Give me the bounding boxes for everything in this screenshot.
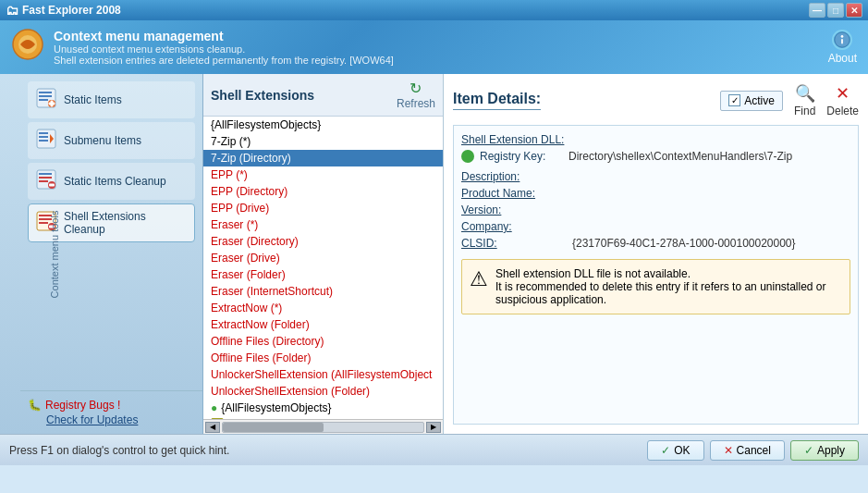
warning-text-line2: It is recommended to delete this entry i… [495,280,826,293]
header-text: Context menu management Unused context m… [54,29,394,66]
company-row: Company: [461,220,850,233]
shell-extensions-cleanup-icon [36,211,56,235]
list-item[interactable]: Eraser (Folder) [203,266,443,283]
registry-key-row: Registry Key: Directory\shellex\ContextM… [461,150,850,163]
scroll-right-button[interactable]: ▶ [426,422,441,433]
list-item[interactable]: UnlockerShellExtension (AllFilesystemObj… [203,366,443,383]
list-item[interactable]: Eraser (*) [203,216,443,233]
svg-rect-4 [841,39,843,43]
list-item[interactable]: Eraser (Drive) [203,250,443,266]
action-buttons: ✓ OK ✕ Cancel ✓ Apply [647,440,859,461]
app-header: Context menu management Unused context m… [0,20,868,74]
cancel-label: Cancel [737,444,771,457]
close-button[interactable]: ✕ [846,3,862,18]
bottom-toolbar: Press F1 on dialog's control to get quic… [0,434,868,465]
list-item[interactable]: EPP (*) [203,166,443,183]
delete-icon: ✕ [836,83,850,104]
window-controls: — □ ✕ [809,3,862,18]
list-item[interactable]: EPP (Drive) [203,200,443,216]
product-name-label: Product Name: [461,187,572,200]
find-label: Find [794,105,815,117]
header-icon [11,28,44,68]
delete-button[interactable]: ✕ Delete [826,83,859,117]
list-item[interactable]: {AllFilesystemObjects} [203,117,443,133]
active-checkbox[interactable]: ✓ Active [720,91,783,111]
sidebar-item-static-items[interactable]: Static Items [28,81,195,118]
svg-rect-25 [39,222,48,224]
app-title: Fast Explorer 2008 [22,4,121,17]
description-row: Description: [461,170,850,183]
warning-text-line3: suspicious application. [495,293,826,306]
svg-rect-21 [49,184,55,187]
company-label: Company: [461,220,572,233]
refresh-label: Refresh [397,97,435,110]
list-item[interactable]: ●{AllFilesystemObjects} [203,400,443,416]
details-section: Shell Extension DLL: Registry Key: Direc… [453,125,859,425]
description-label: Description: [461,170,572,183]
registry-bugs-button[interactable]: 🐛 Registry Bugs ! [28,399,195,412]
list-item[interactable]: Offline Files (Folder) [203,350,443,366]
apply-icon: ✓ [804,444,813,457]
sidebar-item-shell-extensions-cleanup[interactable]: Shell Extensions Cleanup [28,203,195,242]
svg-point-3 [841,35,844,38]
list-item[interactable]: ExtractNow (Folder) [203,316,443,333]
center-panel-header: Shell Extensions ↻ Refresh [203,74,443,117]
right-panel: Item Details: ✓ Active 🔍 Find ✕ Delete S… [444,74,868,434]
header-title: Context menu management [54,29,394,43]
list-item[interactable]: UnlockerShellExtension (Folder) [203,383,443,400]
main-layout: Context menu tools Static Items [0,74,868,434]
list-item[interactable]: 7-Zip (Directory) [203,150,443,166]
title-bar: 🗂 Fast Explorer 2008 — □ ✕ [0,0,868,20]
item-details-header: Item Details: ✓ Active 🔍 Find ✕ Delete [453,83,859,117]
sidebar-bottom: 🐛 Registry Bugs ! Check for Updates [20,390,202,434]
list-item[interactable]: ExtractNow (*) [203,300,443,316]
list-item[interactable]: 7-Zip (*) [203,133,443,150]
svg-rect-24 [39,218,52,220]
scroll-thumb[interactable] [223,423,324,432]
svg-rect-14 [39,136,48,138]
cancel-icon: ✕ [724,444,733,457]
list-item[interactable]: Eraser (Directory) [203,233,443,250]
check-updates-label: Check for Updates [46,413,138,426]
shell-ext-dll-label: Shell Extension DLL: [461,133,572,146]
sidebar-item-static-items-cleanup[interactable]: Static Items Cleanup [28,163,195,200]
sidebar-item-static-items-cleanup-label: Static Items Cleanup [64,175,166,188]
clsid-row: CLSID: {23170F69-40C1-278A-1000-00010002… [461,237,850,250]
cancel-button[interactable]: ✕ Cancel [710,440,785,461]
ok-label: OK [674,444,690,457]
registry-key-label: Registry Key: [480,150,563,163]
green-dot-icon [461,150,474,163]
refresh-button[interactable]: ↻ Refresh [397,80,435,110]
svg-rect-8 [39,99,48,101]
find-button[interactable]: 🔍 Find [794,83,815,117]
apply-label: Apply [817,444,845,457]
scroll-left-button[interactable]: ◀ [205,422,220,433]
version-label: Version: [461,203,572,216]
ok-button[interactable]: ✓ OK [647,440,703,461]
minimize-button[interactable]: — [809,3,825,18]
svg-rect-6 [39,92,52,93]
static-items-cleanup-icon [36,169,56,193]
header-sub1: Unused context menu extensions cleanup. [54,43,394,55]
about-button[interactable]: About [828,30,857,65]
list-item[interactable]: EPP (Directory) [203,183,443,200]
sidebar-item-static-items-label: Static Items [64,93,122,106]
list-item[interactable]: Eraser (InternetShortcut) [203,283,443,300]
version-row: Version: [461,203,850,216]
svg-rect-11 [49,103,55,105]
list-item[interactable]: Offline Files (Directory) [203,333,443,350]
svg-rect-13 [39,132,48,134]
sidebar-items: Static Items Submenu Items [20,74,202,390]
maximize-button[interactable]: □ [827,3,844,18]
svg-rect-27 [49,226,55,228]
warning-icon: ⚠ [470,267,488,306]
ok-icon: ✓ [661,444,670,457]
hint-text: Press F1 on dialog's control to get quic… [9,444,229,457]
check-updates-link[interactable]: Check for Updates [46,413,195,426]
clsid-value: {23170F69-40C1-278A-1000-000100020000} [572,237,796,250]
sidebar-item-submenu-items[interactable]: Submenu Items [28,122,195,159]
checkbox-box: ✓ [728,94,740,106]
extensions-list[interactable]: {AllFilesystemObjects} 7-Zip (*) 7-Zip (… [203,117,443,419]
apply-button[interactable]: ✓ Apply [790,440,859,461]
horizontal-scrollbar[interactable]: ◀ ▶ [203,419,443,434]
